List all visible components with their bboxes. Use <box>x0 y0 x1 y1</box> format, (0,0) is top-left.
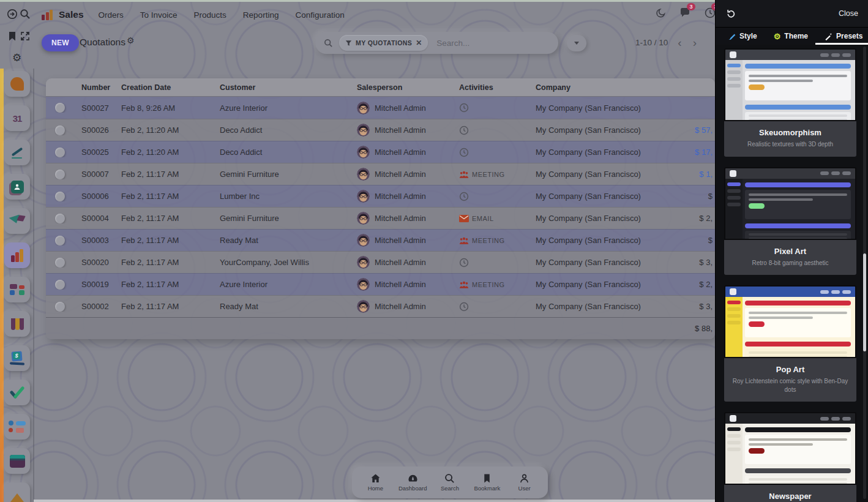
search-input[interactable] <box>435 38 552 48</box>
panel-scrollbar-thumb[interactable] <box>863 253 866 351</box>
table-row[interactable]: S00004 Feb 2, 11:17 AM Gemini Furniture … <box>46 207 715 229</box>
cell-activities[interactable] <box>452 192 528 201</box>
cell-activities[interactable] <box>452 302 528 312</box>
new-button[interactable]: NEW <box>42 34 79 51</box>
app-icon-inventory[interactable] <box>4 448 30 474</box>
app-icon-sales-active[interactable] <box>4 242 30 268</box>
dock-item-dashboard[interactable]: Dashboard <box>394 473 431 492</box>
app-icon-contacts[interactable] <box>4 174 30 200</box>
row-checkbox[interactable] <box>46 258 74 268</box>
cell-activities[interactable]: MEETING <box>452 170 528 179</box>
cell-creation-date: Feb 2, 11:17 AM <box>114 236 212 245</box>
panel-scrollbar-track <box>863 47 866 499</box>
tab-style-label: Style <box>739 32 757 40</box>
app-icon-todo[interactable] <box>4 380 30 405</box>
close-button[interactable]: Close <box>839 9 858 18</box>
preset-card[interactable]: Pixel Art Retro 8-bit gaming aesthetic <box>724 167 856 275</box>
row-checkbox[interactable] <box>46 214 74 223</box>
tab-presets[interactable]: Presets <box>825 32 862 40</box>
nav-menu-item[interactable]: Products <box>194 10 226 20</box>
preview-body <box>725 60 855 121</box>
chat-icon[interactable]: 3 <box>679 7 692 19</box>
preset-card[interactable]: Newspaper <box>724 412 856 502</box>
app-icon-discuss[interactable] <box>4 71 30 97</box>
table-row[interactable]: S00019 Feb 2, 11:17 AM Azure Interior Mi… <box>46 273 715 295</box>
search-dropdown-button[interactable] <box>567 35 586 51</box>
app-name[interactable]: Sales <box>59 9 84 20</box>
table-row[interactable]: S00025 Feb 2, 11:20 AM Deco Addict Mitch… <box>46 141 715 163</box>
table-row[interactable]: S00002 Feb 2, 11:17 AM Ready Mat Mitchel… <box>46 295 715 317</box>
table-row[interactable]: S00003 Feb 2, 11:17 AM Ready Mat Mitchel… <box>46 229 715 251</box>
preset-card[interactable]: Skeuomorphism Realistic textures with 3D… <box>724 48 856 157</box>
tab-style[interactable]: Style <box>728 32 757 40</box>
app-icon-knowledge[interactable] <box>4 140 30 165</box>
table-row[interactable]: S00027 Feb 8, 9:26 AM Azure Interior Mit… <box>46 97 715 119</box>
row-checkbox[interactable] <box>46 126 74 135</box>
checkbox-icon <box>55 302 65 312</box>
nav-menu-item[interactable]: Orders <box>99 10 124 20</box>
bookmark-icon[interactable] <box>7 31 18 42</box>
col-salesperson[interactable]: Salesperson <box>350 83 452 92</box>
app-icon-calendar[interactable]: 31 <box>4 105 30 131</box>
col-creation-date[interactable]: Creation Date <box>114 83 212 92</box>
undo-icon[interactable] <box>725 9 736 19</box>
app-icon-timesheets[interactable] <box>4 414 30 440</box>
app-icon-dashboards[interactable] <box>4 208 30 234</box>
nav-menu-item[interactable]: To Invoice <box>140 10 178 20</box>
view-settings-gear-icon[interactable]: ⚙ <box>127 36 135 45</box>
cell-activities[interactable]: MEETING <box>452 280 528 290</box>
cell-activities[interactable] <box>452 103 528 113</box>
row-checkbox[interactable] <box>46 170 74 179</box>
enter-arrow-icon[interactable] <box>7 9 18 20</box>
cell-activities[interactable] <box>452 258 528 268</box>
navbar: Sales OrdersTo InvoiceProductsReportingC… <box>34 2 715 28</box>
table-row[interactable]: S00007 Feb 2, 11:17 AM Gemini Furniture … <box>46 163 715 185</box>
prev-page-button[interactable]: ‹ <box>676 37 683 48</box>
history-clock-icon[interactable]: 36 <box>704 7 716 19</box>
cell-activities[interactable]: EMAIL <box>452 214 528 223</box>
col-company[interactable]: Company <box>528 83 683 92</box>
filter-remove-icon[interactable]: ✕ <box>416 39 422 47</box>
cell-activities[interactable]: MEETING <box>452 236 528 245</box>
table-row[interactable]: S00020 Feb 2, 11:17 AM YourCompany, Joel… <box>46 251 715 273</box>
table-row[interactable]: S00026 Feb 2, 11:20 AM Deco Addict Mitch… <box>46 119 715 141</box>
row-checkbox[interactable] <box>46 148 74 157</box>
table-row[interactable]: S00006 Feb 2, 11:17 AM Lumber Inc Mitche… <box>46 185 715 207</box>
dock-item-home[interactable]: Home <box>357 473 394 492</box>
table-footer: $ 88, <box>46 317 715 339</box>
next-page-button[interactable]: › <box>692 37 698 48</box>
app-icon-apps[interactable] <box>4 277 30 302</box>
bar-chart-icon <box>11 249 23 262</box>
cell-activities[interactable] <box>452 126 528 135</box>
row-checkbox[interactable] <box>46 192 74 201</box>
cell-activities[interactable] <box>452 148 528 157</box>
checkbox-icon <box>55 236 65 245</box>
dock-item-bookmark[interactable]: Bookmark <box>469 473 506 492</box>
search-bar[interactable]: MY QUOTATIONS ✕ <box>315 32 558 54</box>
preset-card[interactable]: Pop Art Roy Lichtenstein comic style wit… <box>724 285 856 402</box>
filter-chip[interactable]: MY QUOTATIONS ✕ <box>339 35 428 51</box>
col-activities[interactable]: Activities <box>452 83 528 92</box>
row-checkbox[interactable] <box>46 236 74 245</box>
panel-header: Close <box>716 0 868 27</box>
nav-menu-item[interactable]: Configuration <box>295 10 344 20</box>
dock-item-user[interactable]: User <box>506 473 543 492</box>
dark-mode-moon-icon[interactable] <box>655 7 667 19</box>
app-icon-misc[interactable] <box>4 482 30 502</box>
dock-item-search[interactable]: Search <box>432 473 468 492</box>
fullscreen-icon[interactable] <box>20 31 31 42</box>
row-checkbox[interactable] <box>46 302 74 312</box>
col-customer[interactable]: Customer <box>212 83 350 92</box>
gear-icon[interactable]: ⚙ <box>12 53 23 64</box>
row-checkbox[interactable] <box>46 280 74 290</box>
search-icon[interactable] <box>20 9 31 20</box>
checkbox-icon <box>55 103 65 113</box>
nav-menu-item[interactable]: Reporting <box>243 10 279 20</box>
preview-sidebar <box>725 297 743 358</box>
row-checkbox[interactable] <box>46 103 74 113</box>
col-number[interactable]: Number <box>74 83 114 92</box>
app-icon-point-of-sale[interactable] <box>4 311 30 337</box>
app-icon-accounting[interactable]: $ <box>4 345 30 371</box>
clock-activity-icon <box>459 192 469 201</box>
tab-theme[interactable]: ⚙ Theme <box>774 32 808 40</box>
